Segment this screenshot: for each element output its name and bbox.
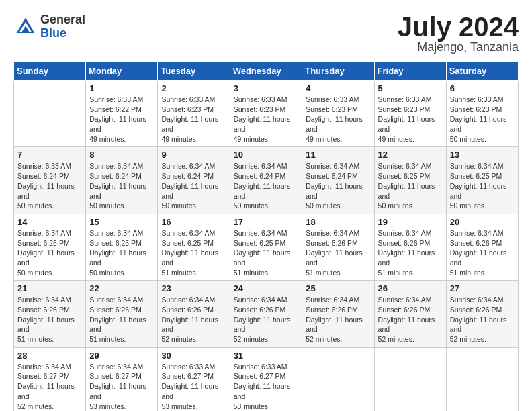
calendar-cell: 18Sunrise: 6:34 AMSunset: 6:26 PMDayligh… [302,214,374,280]
day-number: 19 [378,217,443,227]
day-info: Sunrise: 6:33 AMSunset: 6:23 PMDaylight:… [234,95,299,144]
day-info: Sunrise: 6:34 AMSunset: 6:25 PMDaylight:… [378,161,443,210]
logo: General Blue [13,13,85,40]
location-title: Majengo, Tanzania [398,40,519,54]
calendar-cell: 11Sunrise: 6:34 AMSunset: 6:24 PMDayligh… [302,147,374,214]
day-header-sunday: Sunday [14,62,86,81]
day-number: 29 [89,351,154,361]
logo-blue-text: Blue [40,27,85,40]
day-info: Sunrise: 6:34 AMSunset: 6:24 PMDaylight:… [89,161,154,210]
day-number: 2 [161,83,226,93]
calendar-cell: 25Sunrise: 6:34 AMSunset: 6:26 PMDayligh… [302,281,374,347]
day-info: Sunrise: 6:34 AMSunset: 6:26 PMDaylight:… [234,295,299,344]
day-number: 9 [161,150,226,160]
day-number: 8 [89,150,154,160]
day-number: 14 [17,217,82,227]
calendar-cell: 3Sunrise: 6:33 AMSunset: 6:23 PMDaylight… [230,81,302,147]
day-number: 5 [378,83,443,93]
day-header-thursday: Thursday [302,62,374,81]
day-number: 11 [306,150,370,160]
day-number: 26 [378,283,443,293]
day-info: Sunrise: 6:33 AMSunset: 6:27 PMDaylight:… [161,362,226,411]
day-info: Sunrise: 6:33 AMSunset: 6:23 PMDaylight:… [450,95,515,144]
day-number: 22 [89,283,154,293]
calendar-cell: 10Sunrise: 6:34 AMSunset: 6:24 PMDayligh… [230,147,302,214]
day-info: Sunrise: 6:34 AMSunset: 6:27 PMDaylight:… [17,362,82,411]
day-info: Sunrise: 6:34 AMSunset: 6:26 PMDaylight:… [378,228,443,277]
day-header-tuesday: Tuesday [158,62,230,81]
day-number: 18 [306,217,370,227]
day-number: 23 [161,283,226,293]
calendar-cell: 12Sunrise: 6:34 AMSunset: 6:25 PMDayligh… [374,147,446,214]
day-info: Sunrise: 6:34 AMSunset: 6:26 PMDaylight:… [306,228,370,277]
day-number: 15 [89,217,154,227]
calendar-header-row: SundayMondayTuesdayWednesdayThursdayFrid… [14,62,519,81]
calendar-cell: 1Sunrise: 6:33 AMSunset: 6:22 PMDaylight… [86,81,158,147]
calendar-cell: 7Sunrise: 6:33 AMSunset: 6:24 PMDaylight… [14,147,86,214]
day-info: Sunrise: 6:34 AMSunset: 6:25 PMDaylight:… [161,228,226,277]
day-info: Sunrise: 6:33 AMSunset: 6:22 PMDaylight:… [89,95,154,144]
page-header: General Blue July 2024 Majengo, Tanzania [13,13,519,54]
day-info: Sunrise: 6:34 AMSunset: 6:24 PMDaylight:… [306,161,370,210]
calendar-cell [302,347,374,411]
calendar-cell: 27Sunrise: 6:34 AMSunset: 6:26 PMDayligh… [446,281,518,347]
day-info: Sunrise: 6:34 AMSunset: 6:26 PMDaylight:… [450,228,515,277]
calendar-cell: 24Sunrise: 6:34 AMSunset: 6:26 PMDayligh… [230,281,302,347]
calendar-cell: 21Sunrise: 6:34 AMSunset: 6:26 PMDayligh… [14,281,86,347]
calendar-cell: 23Sunrise: 6:34 AMSunset: 6:26 PMDayligh… [158,281,230,347]
day-number: 27 [450,283,515,293]
day-number: 10 [234,150,299,160]
day-info: Sunrise: 6:34 AMSunset: 6:26 PMDaylight:… [306,295,370,344]
day-info: Sunrise: 6:34 AMSunset: 6:24 PMDaylight:… [161,161,226,210]
calendar-cell [446,347,518,411]
calendar-week-row: 14Sunrise: 6:34 AMSunset: 6:25 PMDayligh… [14,214,519,280]
day-number: 6 [450,83,515,93]
day-info: Sunrise: 6:33 AMSunset: 6:23 PMDaylight:… [306,95,370,144]
calendar-cell: 9Sunrise: 6:34 AMSunset: 6:24 PMDaylight… [158,147,230,214]
day-number: 31 [234,351,299,361]
day-header-saturday: Saturday [446,62,518,81]
day-info: Sunrise: 6:33 AMSunset: 6:23 PMDaylight:… [161,95,226,144]
day-info: Sunrise: 6:34 AMSunset: 6:25 PMDaylight:… [234,228,299,277]
day-number: 28 [17,351,82,361]
day-info: Sunrise: 6:34 AMSunset: 6:26 PMDaylight:… [161,295,226,344]
day-info: Sunrise: 6:34 AMSunset: 6:25 PMDaylight:… [89,228,154,277]
day-info: Sunrise: 6:33 AMSunset: 6:23 PMDaylight:… [378,95,443,144]
day-number: 21 [17,283,82,293]
calendar-cell: 29Sunrise: 6:34 AMSunset: 6:27 PMDayligh… [86,347,158,411]
day-header-wednesday: Wednesday [230,62,302,81]
calendar-cell: 20Sunrise: 6:34 AMSunset: 6:26 PMDayligh… [446,214,518,280]
calendar-cell [14,81,86,147]
day-header-monday: Monday [86,62,158,81]
calendar-cell: 2Sunrise: 6:33 AMSunset: 6:23 PMDaylight… [158,81,230,147]
calendar-table: SundayMondayTuesdayWednesdayThursdayFrid… [13,61,519,411]
calendar-cell: 13Sunrise: 6:34 AMSunset: 6:25 PMDayligh… [446,147,518,214]
day-info: Sunrise: 6:34 AMSunset: 6:26 PMDaylight:… [89,295,154,344]
day-number: 4 [306,83,370,93]
day-number: 20 [450,217,515,227]
day-info: Sunrise: 6:34 AMSunset: 6:26 PMDaylight:… [17,295,82,344]
day-number: 3 [234,83,299,93]
calendar-cell: 8Sunrise: 6:34 AMSunset: 6:24 PMDaylight… [86,147,158,214]
calendar-cell: 14Sunrise: 6:34 AMSunset: 6:25 PMDayligh… [14,214,86,280]
calendar-cell [374,347,446,411]
day-info: Sunrise: 6:34 AMSunset: 6:24 PMDaylight:… [234,161,299,210]
day-number: 7 [17,150,82,160]
day-number: 1 [89,83,154,93]
calendar-week-row: 21Sunrise: 6:34 AMSunset: 6:26 PMDayligh… [14,281,519,347]
calendar-cell: 22Sunrise: 6:34 AMSunset: 6:26 PMDayligh… [86,281,158,347]
logo-general-text: General [40,13,85,27]
calendar-cell: 26Sunrise: 6:34 AMSunset: 6:26 PMDayligh… [374,281,446,347]
logo-text: General Blue [40,13,85,40]
calendar-week-row: 28Sunrise: 6:34 AMSunset: 6:27 PMDayligh… [14,347,519,411]
day-number: 17 [234,217,299,227]
day-number: 12 [378,150,443,160]
day-info: Sunrise: 6:34 AMSunset: 6:26 PMDaylight:… [378,295,443,344]
day-info: Sunrise: 6:34 AMSunset: 6:25 PMDaylight:… [450,161,515,210]
calendar-cell: 4Sunrise: 6:33 AMSunset: 6:23 PMDaylight… [302,81,374,147]
day-number: 16 [161,217,226,227]
day-info: Sunrise: 6:34 AMSunset: 6:25 PMDaylight:… [17,228,82,277]
calendar-cell: 15Sunrise: 6:34 AMSunset: 6:25 PMDayligh… [86,214,158,280]
calendar-week-row: 7Sunrise: 6:33 AMSunset: 6:24 PMDaylight… [14,147,519,214]
calendar-cell: 5Sunrise: 6:33 AMSunset: 6:23 PMDaylight… [374,81,446,147]
